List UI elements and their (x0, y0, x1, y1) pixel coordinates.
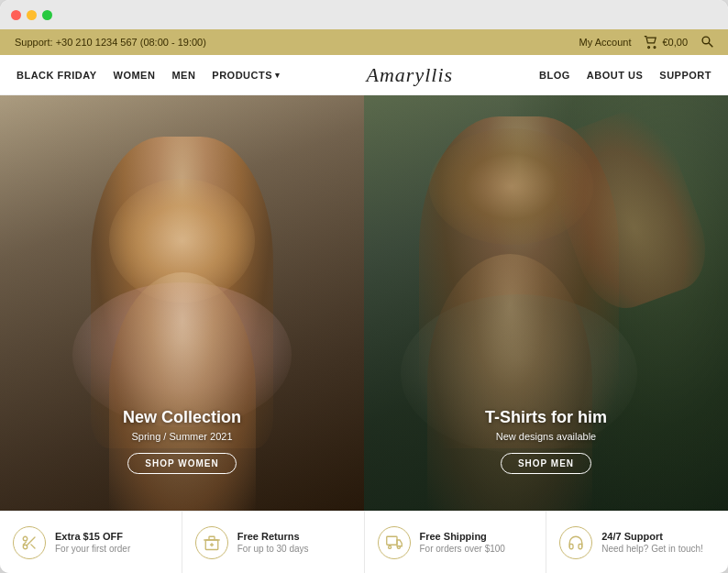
feature-shipping: Free Shipping For orders over $100 (365, 512, 547, 573)
nav-support[interactable]: SUPPORT (659, 70, 711, 81)
feature-support-subtitle: Need help? Get in touch! (601, 544, 703, 554)
announcement-right: My Account €0,00 (579, 35, 713, 50)
support-info: Support: +30 210 1234 567 (08:00 - 19:00… (15, 37, 206, 48)
feature-returns-text: Free Returns For up to 30 days (237, 531, 309, 554)
minimize-dot[interactable] (27, 10, 37, 20)
nav-men[interactable]: MEN (171, 70, 195, 81)
svg-point-1 (655, 47, 656, 49)
hero-right-subtitle: New designs available (455, 431, 638, 442)
hero-left-subtitle: Spring / Summer 2021 (91, 431, 274, 442)
browser-chrome (0, 0, 728, 29)
shop-women-button[interactable]: SHOP WOMEN (127, 453, 236, 474)
nav-women[interactable]: WOMEN (114, 70, 156, 81)
svg-point-2 (702, 37, 710, 44)
truck-icon (378, 526, 411, 559)
feature-support-title: 24/7 Support (601, 531, 703, 542)
svg-point-4 (23, 536, 28, 541)
box-icon (195, 526, 228, 559)
nav-products-label: PRODUCTS (212, 70, 272, 81)
hero-left-panel: New Collection Spring / Summer 2021 SHOP… (0, 95, 364, 511)
maximize-dot[interactable] (42, 10, 52, 20)
close-dot[interactable] (11, 10, 21, 20)
hero-left-title: New Collection (91, 408, 274, 427)
nav-right: BLOG ABOUT US SUPPORT (539, 70, 711, 81)
features-bar: Extra $15 OFF For your first order Free … (0, 511, 728, 573)
feature-discount-title: Extra $15 OFF (55, 531, 130, 542)
nav-left: BLACK FRIDAY WOMEN MEN PRODUCTS ▾ (17, 70, 281, 81)
feature-returns-subtitle: For up to 30 days (237, 544, 309, 554)
feature-returns: Free Returns For up to 30 days (182, 512, 365, 573)
search-button[interactable] (700, 35, 713, 50)
feature-support: 24/7 Support Need help? Get in touch! (546, 512, 728, 573)
nav-black-friday[interactable]: BLACK FRIDAY (17, 70, 97, 81)
feature-returns-title: Free Returns (237, 531, 309, 542)
svg-line-7 (31, 544, 35, 547)
feature-discount-subtitle: For your first order (55, 544, 130, 554)
svg-point-14 (397, 545, 400, 548)
support-phone: +30 210 1234 567 (08:00 - 19:00) (56, 37, 206, 48)
headset-icon (559, 526, 592, 559)
svg-rect-12 (386, 536, 396, 545)
main-navigation: BLACK FRIDAY WOMEN MEN PRODUCTS ▾ Amaryl… (0, 55, 728, 95)
svg-point-0 (648, 47, 650, 49)
support-label: Support: (15, 37, 53, 48)
scissors-icon (13, 526, 46, 559)
svg-line-3 (709, 43, 712, 47)
nav-products[interactable]: PRODUCTS ▾ (212, 70, 280, 81)
shop-men-button[interactable]: SHOP MEN (501, 453, 591, 474)
cart-price: €0,00 (662, 37, 688, 48)
feature-support-text: 24/7 Support Need help? Get in touch! (601, 531, 703, 554)
hero-right-title: T-Shirts for him (455, 408, 638, 427)
my-account-link[interactable]: My Account (579, 37, 632, 48)
cart-icon (644, 35, 658, 50)
nav-blog[interactable]: BLOG (539, 70, 570, 81)
hero-section: New Collection Spring / Summer 2021 SHOP… (0, 95, 728, 511)
nav-about-us[interactable]: ABOUT US (587, 70, 643, 81)
hero-left-overlay: New Collection Spring / Summer 2021 SHOP… (91, 408, 274, 474)
brand-logo[interactable]: Amaryllis (281, 63, 540, 87)
hero-right-panel: T-Shirts for him New designs available S… (364, 95, 728, 511)
hero-right-overlay: T-Shirts for him New designs available S… (455, 408, 638, 474)
feature-discount: Extra $15 OFF For your first order (0, 512, 182, 573)
feature-shipping-text: Free Shipping For orders over $100 (420, 531, 505, 554)
svg-point-13 (388, 545, 391, 548)
announcement-bar: Support: +30 210 1234 567 (08:00 - 19:00… (0, 29, 728, 55)
cart-button[interactable]: €0,00 (644, 35, 688, 50)
search-icon (700, 35, 713, 48)
browser-window: Support: +30 210 1234 567 (08:00 - 19:00… (0, 0, 728, 573)
feature-shipping-subtitle: For orders over $100 (420, 544, 505, 554)
feature-shipping-title: Free Shipping (420, 531, 505, 542)
feature-discount-text: Extra $15 OFF For your first order (55, 531, 130, 554)
